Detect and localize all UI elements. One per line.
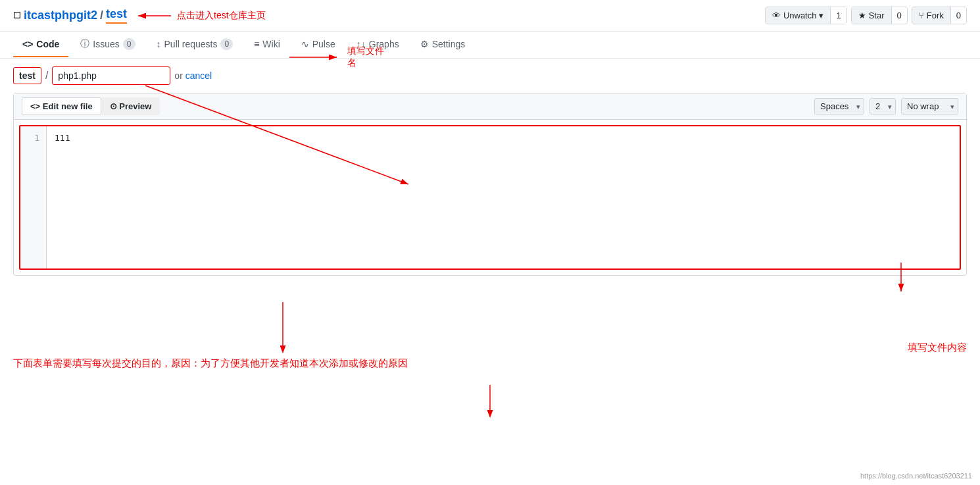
final-arrow-wrapper	[13, 385, 967, 418]
code-editor[interactable]: 1 111	[19, 125, 961, 270]
spaces-select-wrapper: Spaces Tabs	[814, 98, 864, 115]
bottom-arrow-group	[276, 302, 967, 355]
bottom-arrow	[276, 302, 289, 355]
org-link[interactable]: itcastphpgit2	[24, 9, 97, 22]
unwatch-button[interactable]: 👁 Unwatch ▾	[766, 7, 831, 24]
issues-icon: ⓘ	[80, 38, 89, 50]
wiki-icon: ≡	[254, 39, 259, 49]
repo-tabs: <> Code ⓘ Issues 0 ↕ Pull requests 0 ≡ W…	[0, 32, 980, 59]
settings-icon: ⚙	[420, 39, 429, 49]
unwatch-group: 👁 Unwatch ▾ 1	[765, 7, 847, 24]
file-path-bar: test / or cancel 填写文件 名	[0, 59, 980, 93]
fork-count: 0	[950, 7, 966, 24]
star-count: 0	[891, 7, 907, 24]
wrap-select[interactable]: No wrap Soft wrap	[901, 98, 958, 115]
indent-size-select[interactable]: 2 4	[870, 98, 896, 115]
fill-content-text: 填写文件内容	[908, 342, 967, 353]
fork-group: ⑂ Fork 0	[912, 7, 967, 24]
or-cancel: or cancel	[174, 70, 212, 81]
breadcrumb-separator: /	[100, 9, 103, 22]
indent-select-wrapper: 2 4	[870, 98, 896, 115]
tab-issues-label: Issues	[93, 39, 119, 49]
tab-code-label: Code	[36, 39, 59, 49]
bottom-annotation-text: 下面表单需要填写每次提交的目的，原因：为了方便其他开发者知道本次添加或修改的原因	[13, 355, 408, 372]
editor-controls: Spaces Tabs 2 4 No wrap Soft wrap	[814, 98, 958, 115]
tab-preview-label: ⊙ Preview	[110, 101, 152, 111]
spaces-select[interactable]: Spaces Tabs	[814, 98, 864, 115]
eye-icon: 👁	[772, 11, 781, 20]
content-right-arrow	[901, 263, 927, 295]
tab-settings[interactable]: ⚙ Settings	[411, 32, 475, 57]
fill-content-annotation: 填写文件内容	[908, 342, 967, 354]
tab-edit-new-file[interactable]: <> Edit new file	[22, 97, 101, 115]
chevron-icon: ▾	[819, 11, 823, 20]
issues-badge: 0	[123, 38, 135, 50]
final-down-arrow	[483, 385, 497, 418]
bottom-section: 下面表单需要填写每次提交的目的，原因：为了方便其他开发者知道本次添加或修改的原因…	[0, 315, 980, 431]
filename-arrow	[289, 51, 342, 64]
click-annotation: 点击进入test仓库主页	[177, 10, 266, 22]
editor-body: 1 111	[14, 125, 966, 270]
bottom-annotation-wrapper: 下面表单需要填写每次提交的目的，原因：为了方便其他开发者知道本次添加或修改的原因	[13, 355, 408, 372]
star-group: ★ Star 0	[851, 7, 908, 24]
tab-settings-label: Settings	[432, 39, 466, 49]
top-bar: ☐ itcastphpgit2 / test 点击进入test仓库主页 👁 Un…	[0, 0, 980, 32]
pr-icon: ↕	[157, 39, 161, 49]
code-line-1: 111	[55, 133, 70, 143]
star-label: Star	[869, 11, 885, 20]
line-numbers: 1	[20, 126, 47, 268]
wrap-select-wrapper: No wrap Soft wrap	[901, 98, 958, 115]
editor-container: <> Edit new file ⊙ Preview Spaces Tabs 2…	[13, 93, 967, 276]
line-number-1: 1	[27, 132, 39, 145]
arrow-annotation	[135, 9, 174, 22]
editor-toolbar: <> Edit new file ⊙ Preview Spaces Tabs 2…	[14, 93, 966, 120]
tab-code[interactable]: <> Code	[13, 32, 68, 57]
repo-link[interactable]: test	[106, 7, 127, 24]
code-content[interactable]: 111	[47, 126, 960, 268]
fork-label: Fork	[927, 11, 944, 20]
unwatch-count: 1	[830, 7, 846, 24]
filename-annotation: 填写文件 名	[347, 45, 384, 69]
repo-path-segment: test	[13, 67, 41, 84]
top-actions: 👁 Unwatch ▾ 1 ★ Star 0 ⑂ Fork 0	[765, 7, 967, 24]
breadcrumb: ☐ itcastphpgit2 / test	[13, 7, 127, 24]
tab-wiki-label: Wiki	[262, 39, 280, 49]
path-repo-name: test	[19, 70, 36, 81]
tab-wiki[interactable]: ≡ Wiki	[245, 32, 289, 57]
star-icon: ★	[858, 11, 866, 20]
tab-edit-label: <> Edit new file	[30, 101, 93, 111]
pr-badge: 0	[220, 38, 233, 50]
cancel-link[interactable]: cancel	[185, 70, 212, 81]
code-icon: <>	[22, 39, 33, 49]
path-separator: /	[45, 70, 48, 82]
editor-tabs: <> Edit new file ⊙ Preview	[22, 97, 160, 115]
tab-preview[interactable]: ⊙ Preview	[101, 97, 160, 115]
fork-button[interactable]: ⑂ Fork	[912, 7, 950, 24]
fork-icon: ⑂	[919, 11, 924, 20]
filename-input[interactable]	[52, 66, 170, 85]
tab-pr-label: Pull requests	[164, 39, 218, 49]
content-annotation-block	[901, 263, 927, 297]
unwatch-label: Unwatch	[783, 11, 817, 20]
star-button[interactable]: ★ Star	[852, 7, 891, 24]
tab-pullrequests[interactable]: ↕ Pull requests 0	[147, 32, 243, 58]
tab-issues[interactable]: ⓘ Issues 0	[71, 32, 144, 58]
